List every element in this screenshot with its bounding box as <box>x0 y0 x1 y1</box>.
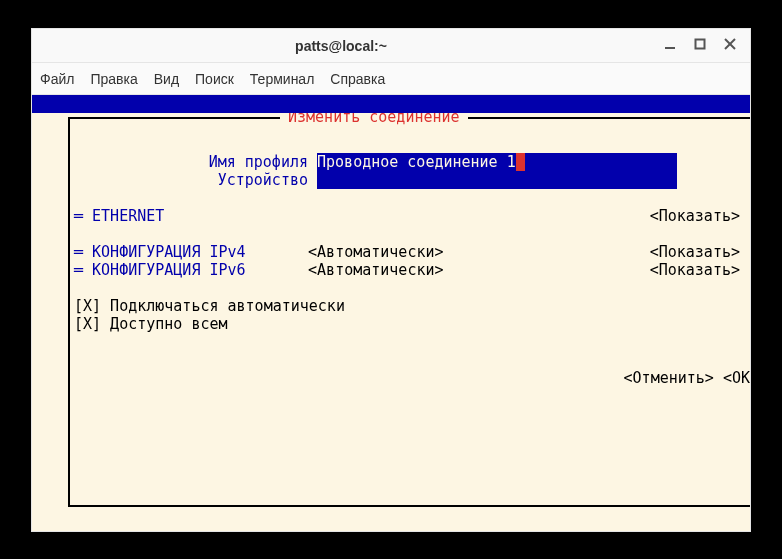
ipv4-value[interactable]: <Автоматически> <box>308 243 668 261</box>
menu-view[interactable]: Вид <box>154 70 179 88</box>
menu-file[interactable]: Файл <box>40 70 74 88</box>
section-ipv6[interactable]: КОНФИГУРАЦИЯ IPv6 <box>92 261 308 279</box>
dialog-title: Изменить соединение <box>288 113 460 126</box>
ethernet-show-button[interactable]: <Показать> <box>650 207 740 225</box>
checkbox-auto-connect[interactable]: [X] Подключаться автоматически <box>74 297 750 315</box>
svg-rect-1 <box>696 39 705 48</box>
device-label: Устройство <box>74 171 308 189</box>
ok-button[interactable]: <OK <box>723 369 750 387</box>
terminal-window: patts@local:~ Файл Правка Вид Поиск Терм… <box>31 28 751 532</box>
menu-terminal[interactable]: Терминал <box>250 70 314 88</box>
profile-name-label: Имя профиля <box>74 153 308 171</box>
terminal-body: Изменить соединение Имя профиля Проводно… <box>32 113 750 513</box>
close-icon[interactable] <box>722 37 738 55</box>
menu-help[interactable]: Справка <box>330 70 385 88</box>
titlebar: patts@local:~ <box>32 29 750 63</box>
checkbox-available-all[interactable]: [X] Доступно всем <box>74 315 750 333</box>
device-input[interactable] <box>317 171 677 189</box>
profile-name-value: Проводное соединение 1 <box>317 153 516 171</box>
terminal-header-band <box>32 95 750 113</box>
collapse-icon[interactable]: ═ <box>74 261 92 279</box>
maximize-icon[interactable] <box>692 37 708 55</box>
dialog-top-border: Изменить соединение <box>68 117 750 135</box>
profile-name-input[interactable]: Проводное соединение 1 <box>317 153 677 171</box>
collapse-icon[interactable]: ═ <box>74 243 92 261</box>
menu-edit[interactable]: Правка <box>90 70 137 88</box>
collapse-icon[interactable]: ═ <box>74 207 92 225</box>
text-cursor <box>516 153 525 171</box>
section-ipv4[interactable]: КОНФИГУРАЦИЯ IPv4 <box>92 243 308 261</box>
section-ethernet[interactable]: ETHERNET <box>92 207 164 225</box>
dialog-bottom-border <box>68 505 750 507</box>
ipv6-show-button[interactable]: <Показать> <box>650 261 740 279</box>
menubar: Файл Правка Вид Поиск Терминал Справка <box>32 63 750 95</box>
window-title: patts@local:~ <box>32 37 650 55</box>
ipv6-value[interactable]: <Автоматически> <box>308 261 668 279</box>
ipv4-show-button[interactable]: <Показать> <box>650 243 740 261</box>
window-controls <box>650 37 750 55</box>
menu-search[interactable]: Поиск <box>195 70 234 88</box>
terminal-footer-band <box>32 513 750 531</box>
minimize-icon[interactable] <box>662 37 678 55</box>
cancel-button[interactable]: <Отменить> <box>624 369 714 387</box>
